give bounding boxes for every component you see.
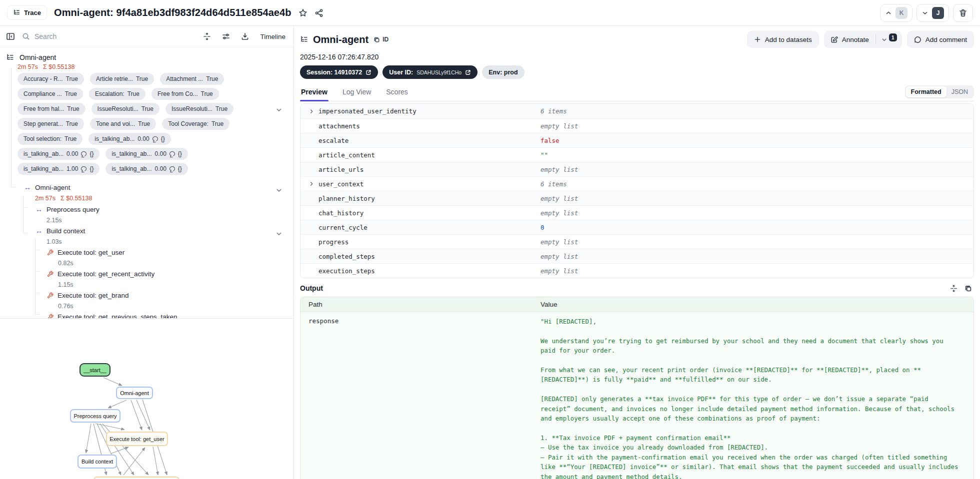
state-table-row[interactable]: impersonated_user_identity6 items xyxy=(300,104,974,118)
trace-root-name: Omni-agent xyxy=(20,53,56,61)
score-badge[interactable]: is_talking_ab...0.00{} xyxy=(106,148,188,160)
score-badge[interactable]: IssueResoluti...True xyxy=(92,103,160,115)
trace-span-item[interactable]: ↔Preprocess query2.15s xyxy=(6,204,294,225)
score-badge[interactable]: Free from Co...True xyxy=(152,88,219,100)
trace-tree-icon xyxy=(13,9,20,16)
search-input[interactable] xyxy=(34,32,134,40)
observation-title: Omni-agent xyxy=(313,34,368,45)
trace-root-item[interactable]: Omni-agent xyxy=(6,52,294,62)
delete-trace-button[interactable] xyxy=(953,4,973,22)
trace-span-item[interactable]: Execute tool: get_brand0.76s xyxy=(6,290,294,311)
annotate-button[interactable]: Annotate xyxy=(824,36,876,43)
session-pill[interactable]: Session: 14910372 xyxy=(300,65,378,79)
duration-value: 0.76s xyxy=(58,303,74,310)
state-table-row: attachmentsempty list xyxy=(300,118,974,133)
avatar: K xyxy=(896,7,908,19)
trace-span-item[interactable]: ↔Build context1.03s xyxy=(6,225,294,247)
user-id-pill[interactable]: User ID: SDAHUSLy9f1CHo xyxy=(382,65,478,79)
graph-node-next[interactable] xyxy=(94,477,180,479)
score-badge[interactable]: Tool Coverage:True xyxy=(162,118,230,130)
trace-title: Omni-agent: 9f4a81eb3df983f24d64d511e854… xyxy=(54,7,292,18)
trace-breadcrumb-chip[interactable]: Trace xyxy=(7,5,47,20)
score-badge-value: True xyxy=(136,75,148,82)
external-link-icon xyxy=(366,69,372,75)
copy-output-icon[interactable] xyxy=(964,285,972,292)
collapse-span-chevron[interactable] xyxy=(276,187,282,194)
trace-span-name: Build context xyxy=(46,227,85,235)
graph-node-omni[interactable]: Omni-agent xyxy=(116,387,153,399)
chevron-right-icon[interactable] xyxy=(308,108,314,114)
collapse-span-chevron[interactable] xyxy=(276,230,282,237)
score-badge[interactable]: Step generat...True xyxy=(18,118,84,130)
score-badge[interactable]: is_talking_ab...0.00{} xyxy=(18,148,100,160)
output-row-response: response "Hi [REDACTED], We understand y… xyxy=(300,312,974,479)
score-badge-label: Tone and voi... xyxy=(96,120,135,127)
graph-edge xyxy=(111,447,128,454)
previous-trace-button[interactable]: K xyxy=(880,4,912,22)
score-badge[interactable]: Tone and voi...True xyxy=(90,118,156,130)
score-badge[interactable]: Accuracy - R...True xyxy=(18,73,84,85)
add-to-datasets-button[interactable]: Add to datasets xyxy=(747,31,819,48)
format-formatted-option[interactable]: Formatted xyxy=(906,86,946,97)
graph-edge xyxy=(153,447,158,475)
state-value-cell: empty list xyxy=(540,238,974,246)
tab-scores[interactable]: Scores xyxy=(385,88,409,101)
share-button[interactable] xyxy=(314,8,324,17)
wrench-icon xyxy=(47,292,54,299)
score-badge[interactable]: is_talking_ab...0.00{} xyxy=(106,163,188,175)
state-key-cell: attachments xyxy=(300,122,540,130)
score-badge[interactable]: IssueResoluti...True xyxy=(166,103,234,115)
timeline-toggle[interactable]: Timeline xyxy=(260,33,286,40)
duration-value: 1.03s xyxy=(46,238,62,245)
search-box xyxy=(22,32,134,40)
score-badge-label: IssueResoluti... xyxy=(172,105,212,112)
next-trace-button[interactable]: J xyxy=(916,4,949,22)
score-badge-value: True xyxy=(138,120,150,127)
tab-preview[interactable]: Preview xyxy=(300,88,328,101)
graph-node-preq[interactable]: Preprocess query xyxy=(70,409,120,423)
add-comment-button[interactable]: Add comment xyxy=(907,31,974,48)
wrench-icon xyxy=(47,249,54,256)
trace-span-item[interactable]: Execute tool: get_user0.82s xyxy=(6,247,294,268)
score-badge[interactable]: Compliance ...True xyxy=(18,88,83,100)
collapse-root-chevron[interactable] xyxy=(276,106,282,113)
score-badge[interactable]: is_talking_ab...0.00{} xyxy=(88,133,170,145)
state-table-row: planner_historyempty list xyxy=(300,191,974,205)
annotate-dropdown[interactable]: 1 xyxy=(876,36,902,43)
score-badge-label: Free from Co... xyxy=(158,90,198,97)
copy-id-button[interactable]: ID xyxy=(374,36,388,43)
bookmark-star-button[interactable] xyxy=(298,8,308,17)
expand-output-icon[interactable] xyxy=(950,285,958,292)
add-comment-label: Add comment xyxy=(926,36,967,43)
state-table-row[interactable]: user_context6 items xyxy=(300,176,974,191)
score-badge[interactable]: Free from hal...True xyxy=(18,103,86,115)
score-badge-label: Free from hal... xyxy=(24,105,64,112)
graph-node-exec[interactable]: Execute tool: get_user xyxy=(106,432,168,446)
chevron-right-icon[interactable] xyxy=(308,181,314,187)
duration-value: 2m 57s xyxy=(35,195,56,202)
display-settings-icon[interactable] xyxy=(222,32,230,40)
chev-right-icon xyxy=(308,108,314,114)
score-badge[interactable]: Article retrie...True xyxy=(90,73,154,85)
download-icon[interactable] xyxy=(241,32,249,40)
score-badge[interactable]: is_talking_ab...1.00{} xyxy=(18,163,100,175)
observation-meta-pills: Session: 14910372 User ID: SDAHUSLy9f1CH… xyxy=(300,65,974,79)
score-badge[interactable]: Tool selection:True xyxy=(18,133,82,145)
format-json-option[interactable]: JSON xyxy=(946,86,973,97)
tab-log-view[interactable]: Log View xyxy=(342,88,372,101)
trace-span-item[interactable]: Execute tool: get_previous_steps_taken1.… xyxy=(6,311,294,319)
expand-all-icon[interactable] xyxy=(203,32,211,40)
collapse-panel-icon[interactable] xyxy=(6,32,15,41)
score-badge[interactable]: Attachment ...True xyxy=(160,73,224,85)
trace-span-item[interactable]: ↔Omni-agent2m 57sΣ $0.55138 xyxy=(6,182,294,204)
score-badge[interactable]: Escalation:True xyxy=(89,88,146,100)
score-badge-value: True xyxy=(128,90,140,97)
trace-span-name: Preprocess query xyxy=(46,206,100,213)
graph-node-start[interactable]: __start__ xyxy=(80,363,110,377)
session-label: Session: 14910372 xyxy=(306,69,362,76)
score-badge-suffix: {} xyxy=(90,165,94,172)
state-table-row: escalatefalse xyxy=(300,133,974,147)
star-icon xyxy=(298,8,308,17)
trace-span-item[interactable]: Execute tool: get_recent_activity1.15s xyxy=(6,268,294,290)
graph-node-build[interactable]: Build context xyxy=(78,455,117,469)
